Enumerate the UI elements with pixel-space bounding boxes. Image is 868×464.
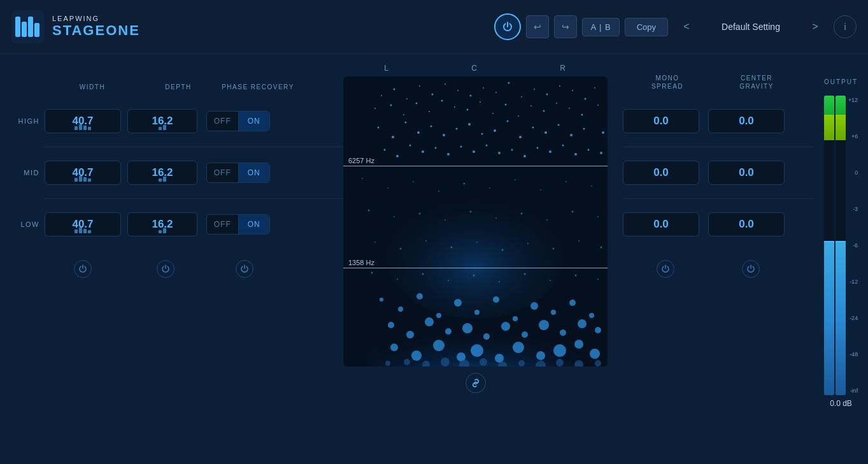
mid-phase-off[interactable]: OFF [207,163,238,182]
power-button-top[interactable] [494,13,521,40]
low-phase-off[interactable]: OFF [207,215,238,234]
high-freq-line[interactable]: 6257 Hz [343,166,608,166]
svg-point-80 [398,307,403,312]
preset-area: < Default Setting > [677,17,825,36]
power-icons-row [10,250,328,288]
svg-point-151 [502,249,504,251]
mid-mono-spread-input[interactable]: 0.0 [623,161,699,185]
svg-point-161 [499,281,500,282]
high-depth-bars [159,125,166,130]
spectrum-canvas[interactable]: 6257 Hz 1358 Hz [343,76,608,366]
svg-point-77 [588,149,590,151]
center-gravity-power-button[interactable] [742,260,760,278]
low-phase-toggle[interactable]: OFF ON [206,214,270,235]
info-button[interactable]: i [834,15,857,38]
mid-center-gravity-input[interactable]: 0.0 [708,161,785,185]
link-icon [470,377,481,389]
svg-point-11 [432,94,434,96]
copy-button[interactable]: Copy [625,18,668,36]
svg-point-137 [394,216,395,217]
low-depth-input[interactable]: 16.2 [127,212,197,236]
right-controls: MONO SPREAD CENTER GRAVITY 0.0 0.0 0.0 0… [623,64,814,454]
svg-point-92 [406,331,414,338]
high-width-input[interactable]: 40.7 [45,109,121,133]
svg-point-79 [380,298,383,301]
svg-point-24 [594,87,595,89]
low-width-input[interactable]: 40.7 [45,212,121,236]
ab-button[interactable]: A | B [582,18,619,36]
mid-band-row: MID 40.7 16.2 OFF ON [10,147,328,198]
prev-preset-button[interactable]: < [677,17,696,36]
spectrum-visualization [343,76,608,366]
mid-depth-input[interactable]: 16.2 [127,161,197,185]
svg-point-101 [578,319,587,328]
mid-phase-on[interactable]: ON [238,163,270,182]
svg-point-113 [590,349,600,359]
low-phase-on[interactable]: ON [238,215,270,234]
svg-point-115 [404,359,410,365]
product-name: STAGEONE [52,22,140,39]
svg-point-33 [480,101,481,103]
svg-point-12 [445,83,446,85]
high-mono-spread-input[interactable]: 0.0 [623,109,699,133]
width-power-button[interactable] [74,260,92,278]
svg-point-69 [486,145,488,147]
svg-point-126 [362,178,363,179]
next-preset-button[interactable]: > [806,17,825,36]
mid-band-label: MID [10,169,45,177]
logo-text: LEAPWING STAGEONE [52,15,140,39]
svg-point-83 [454,299,462,307]
svg-point-91 [388,322,394,328]
mid-phase-toggle[interactable]: OFF ON [206,163,270,183]
svg-point-50 [468,123,471,126]
svg-point-155 [601,247,602,249]
svg-point-129 [438,191,439,192]
spectrum-link-button[interactable] [466,373,486,393]
svg-point-60 [602,131,604,134]
low-center-gravity-input[interactable]: 0.0 [708,212,785,236]
svg-point-84 [474,310,480,315]
svg-point-63 [409,145,411,147]
svg-point-100 [560,330,566,336]
undo-icon: ↩ [534,22,541,32]
logo-icon [11,10,45,43]
mid-depth-bars [159,177,166,182]
svg-point-135 [591,185,592,187]
svg-point-16 [495,92,497,93]
svg-point-58 [570,134,573,136]
svg-point-6 [386,191,564,319]
high-phase-off[interactable]: OFF [207,112,238,131]
svg-point-153 [553,248,555,250]
spectrum-label-r: R [560,64,567,73]
svg-point-21 [559,85,560,87]
svg-point-112 [574,340,583,349]
svg-point-133 [540,189,541,191]
svg-point-149 [451,247,453,249]
svg-point-103 [390,344,398,351]
high-depth-input[interactable]: 16.2 [127,109,197,133]
svg-point-55 [532,127,534,129]
high-phase-on[interactable]: ON [238,112,270,131]
low-mono-spread-input[interactable]: 0.0 [623,212,699,236]
svg-point-15 [483,87,484,89]
logo-area: LEAPWING STAGEONE [11,10,140,43]
svg-point-49 [456,128,458,130]
main-content: WIDTH DEPTH PHASE RECOVERY HIGH 40.7 16.… [0,54,868,464]
svg-point-25 [374,108,376,109]
svg-point-26 [390,105,392,106]
redo-button[interactable]: ↪ [554,15,577,38]
mono-spread-power-button[interactable] [657,260,674,278]
depth-power-button[interactable] [157,260,174,278]
svg-point-162 [524,273,526,275]
svg-point-9 [406,98,408,99]
phase-power-button[interactable] [236,260,253,278]
undo-button[interactable]: ↩ [526,15,549,38]
svg-point-139 [445,219,446,221]
mid-width-input[interactable]: 40.7 [45,161,121,185]
high-center-gravity-input[interactable]: 0.0 [708,109,785,133]
mono-spread-power-wrapper [623,260,708,278]
high-phase-toggle[interactable]: OFF ON [206,111,270,131]
svg-point-144 [572,211,574,213]
mid-freq-line[interactable]: 1358 Hz [343,268,608,268]
svg-point-150 [476,242,478,243]
